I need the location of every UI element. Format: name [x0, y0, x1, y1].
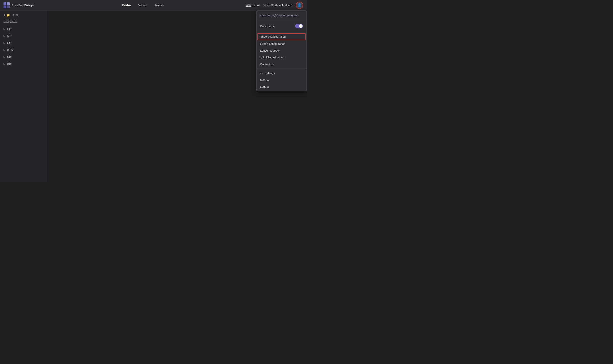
join-discord-item[interactable]: Join Discord server [257, 54, 306, 61]
avatar-icon: 👤 [297, 3, 302, 7]
sidebar-item-co[interactable]: ▶ CO [0, 39, 47, 46]
sidebar-toolbar: + 📁 + ⊞ [0, 13, 47, 20]
contact-us-label: Contact us [260, 63, 274, 66]
nav-tab-editor[interactable]: Editor [122, 3, 131, 8]
grid-icon: ⊞ [15, 13, 18, 17]
store-icon: ⌨ [246, 3, 251, 8]
manual-item[interactable]: Manual [257, 77, 306, 83]
import-config-label: Import configuration [261, 35, 286, 38]
join-discord-label: Join Discord server [260, 56, 284, 59]
dropdown-menu: myaccount@freebetrange.com Dark theme Im… [256, 11, 307, 91]
sidebar-label-bb: BB [7, 62, 11, 66]
manual-label: Manual [260, 78, 269, 82]
svg-rect-0 [3, 2, 6, 5]
sidebar-label-mp: MP [7, 34, 12, 38]
sidebar-item-bb[interactable]: ▶ BB [0, 60, 47, 67]
settings-label: Settings [265, 72, 275, 75]
chevron-icon-co: ▶ [3, 42, 5, 44]
dark-theme-row: Dark theme [257, 22, 306, 30]
store-label: Store [253, 3, 260, 7]
sidebar-label-btn: BTN [7, 48, 13, 52]
pro-badge[interactable]: PRO (30 days trial left) [264, 3, 293, 7]
store-button[interactable]: ⌨ Store [246, 3, 260, 8]
sidebar-label-sb: SB [7, 55, 11, 59]
dropdown-theme-section: Dark theme [257, 20, 306, 32]
new-folder-icon: + [3, 13, 5, 17]
logo-text: FreeBetRange [11, 3, 34, 7]
header-right: ⌨ Store PRO (30 days trial left) 👤 [246, 1, 303, 9]
svg-rect-3 [7, 5, 10, 8]
sidebar-item-mp[interactable]: ▶ MP [0, 32, 47, 39]
sidebar-label-ep: EP [7, 27, 11, 31]
import-config-item[interactable]: Import configuration [257, 33, 306, 40]
dark-theme-label: Dark theme [260, 25, 275, 28]
sidebar: + 📁 + ⊞ Collapse all ▶ EP ▶ MP ▶ CO ▶ BT… [0, 11, 47, 182]
avatar-button[interactable]: 👤 [296, 1, 303, 9]
dropdown-bottom-section: ⚙ Settings Manual Logout [257, 69, 306, 91]
dark-theme-toggle[interactable] [295, 24, 303, 28]
header: FreeBetRange Editor Viewer Trainer ⌨ Sto… [0, 0, 307, 11]
new-folder-button[interactable]: + 📁 [3, 13, 10, 17]
nav-tab-viewer[interactable]: Viewer [138, 3, 147, 8]
svg-rect-2 [3, 5, 6, 8]
sidebar-item-ep[interactable]: ▶ EP [0, 25, 47, 32]
chevron-icon-mp: ▶ [3, 35, 5, 37]
collapse-all[interactable]: Collapse all [0, 20, 47, 25]
chevron-icon-bb: ▶ [3, 63, 5, 65]
export-config-item[interactable]: Export configuration [257, 40, 306, 47]
nav-tabs: Editor Viewer Trainer [41, 3, 246, 8]
svg-rect-1 [7, 2, 10, 5]
gear-icon: ⚙ [260, 71, 263, 75]
folder-icon: 📁 [6, 13, 10, 17]
logout-item[interactable]: Logout [257, 83, 306, 90]
chevron-icon-btn: ▶ [3, 49, 5, 51]
logout-label: Logout [260, 85, 269, 88]
sidebar-label-co: CO [7, 41, 12, 45]
leave-feedback-item[interactable]: Leave feedback [257, 47, 306, 54]
dropdown-config-section: Import configuration Export configuratio… [257, 32, 306, 69]
sidebar-item-sb[interactable]: ▶ SB [0, 53, 47, 60]
logo-icon [3, 2, 10, 8]
logo-area[interactable]: FreeBetRange [3, 2, 34, 8]
sidebar-item-btn[interactable]: ▶ BTN [0, 46, 47, 53]
chevron-icon-ep: ▶ [3, 28, 5, 30]
nav-tab-trainer[interactable]: Trainer [154, 3, 164, 8]
leave-feedback-label: Leave feedback [260, 49, 280, 52]
contact-us-item[interactable]: Contact us [257, 61, 306, 68]
settings-item[interactable]: ⚙ Settings [257, 70, 306, 77]
new-grid-icon: + [13, 13, 14, 17]
export-config-label: Export configuration [260, 42, 285, 46]
dropdown-email: myaccount@freebetrange.com [257, 11, 306, 20]
chevron-icon-sb: ▶ [3, 56, 5, 58]
new-grid-button[interactable]: + ⊞ [13, 13, 18, 17]
